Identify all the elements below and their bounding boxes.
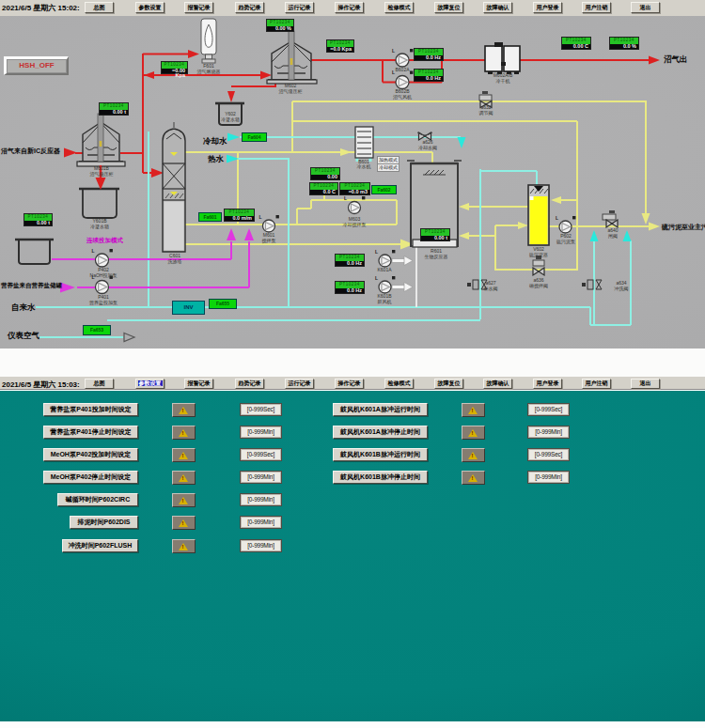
svg-text:L: L	[392, 48, 395, 54]
svg-text:L: L	[92, 248, 95, 254]
svg-text:L: L	[375, 275, 378, 281]
svg-text:L: L	[556, 215, 558, 221]
svg-text:L: L	[375, 249, 378, 255]
svg-text:L: L	[344, 195, 347, 201]
svg-text:L: L	[259, 214, 262, 220]
